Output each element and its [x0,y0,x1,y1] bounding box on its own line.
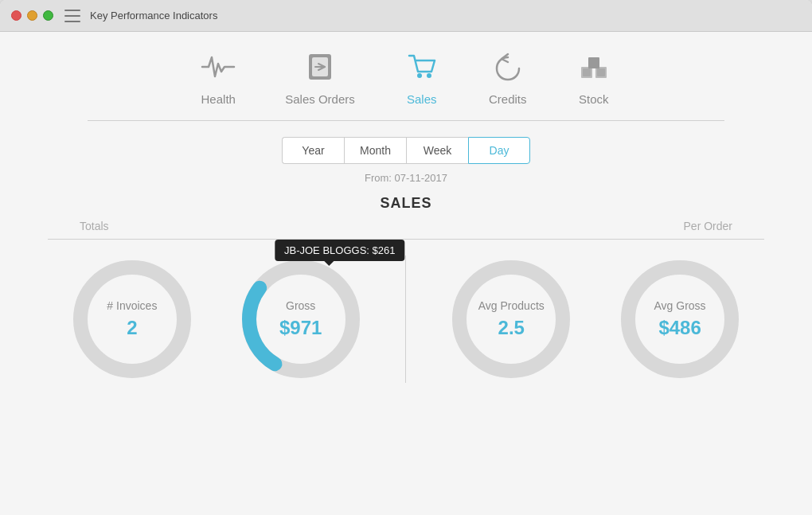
filter-year-button[interactable]: Year [282,137,344,164]
nav-label-health: Health [201,92,236,106]
heart-rate-icon [199,48,237,86]
per-order-label: Per Order [684,220,732,232]
nav-item-credits[interactable]: Credits [489,48,527,106]
svg-rect-8 [597,68,605,76]
main-content: Health Sales Orders [0,32,812,515]
title-bar: Key Performance Indicators [0,0,812,32]
boxes-icon [575,48,613,86]
time-filters: Year Month Week Day [282,137,530,164]
window-title: Key Performance Indicators [90,10,217,21]
tooltip: JB-JOE BLOGGS: $261 [275,240,404,261]
charts-divider [48,239,764,240]
gross-chart: JB-JOE BLOGGS: $261 Gross [237,256,365,383]
filter-month-button[interactable]: Month [344,137,406,164]
svg-point-2 [417,73,422,78]
totals-label: Totals [80,220,109,232]
charts-area: Totals Per Order # Invoices 2 [48,220,764,383]
minimize-button[interactable] [27,10,37,21]
gross-label: Gross [286,299,315,312]
nav-item-sales-orders[interactable]: Sales Orders [285,48,355,106]
invoices-value: 2 [127,317,137,339]
app-window: Key Performance Indicators Health [0,0,812,515]
share-icon [301,48,339,86]
nav-tabs: Health Sales Orders [199,48,613,106]
nav-item-stock[interactable]: Stock [575,48,613,106]
menu-icon[interactable] [64,10,80,22]
nav-divider [88,120,724,121]
avg-gross-label: Avg Gross [654,299,706,312]
cart-icon [403,48,441,86]
nav-item-sales[interactable]: Sales [403,48,441,106]
svg-rect-9 [590,59,598,67]
undo-icon [489,48,527,86]
gross-donut: Gross $971 [237,256,365,383]
nav-label-credits: Credits [489,92,527,106]
charts-labels: Totals Per Order [48,220,764,232]
avg-products-label: Avg Products [478,299,545,312]
avg-products-donut: Avg Products 2.5 [447,256,575,383]
filter-week-button[interactable]: Week [406,137,468,164]
svg-rect-7 [583,68,591,76]
filter-day-button[interactable]: Day [468,137,530,164]
nav-label-sales: Sales [407,92,437,106]
avg-gross-chart: Avg Gross $486 [616,256,744,383]
nav-label-sales-orders: Sales Orders [285,92,355,106]
nav-label-stock: Stock [579,92,609,106]
maximize-button[interactable] [43,10,53,21]
section-divider [405,256,406,383]
section-title: SALES [380,195,431,212]
window-controls [11,10,53,21]
charts-row: # Invoices 2 JB-JOE BLOGGS: $261 [48,256,764,383]
avg-products-value: 2.5 [498,317,525,339]
avg-products-chart: Avg Products 2.5 [447,256,575,383]
close-button[interactable] [11,10,21,21]
invoices-label: # Invoices [107,299,157,312]
gross-value: $971 [279,317,322,339]
invoices-donut: # Invoices 2 [68,256,196,383]
invoices-chart: # Invoices 2 [68,256,196,383]
svg-point-3 [427,73,431,78]
avg-gross-donut: Avg Gross $486 [616,256,744,383]
from-date: From: 07-11-2017 [365,172,447,184]
avg-gross-value: $486 [658,317,701,339]
nav-item-health[interactable]: Health [199,48,237,106]
